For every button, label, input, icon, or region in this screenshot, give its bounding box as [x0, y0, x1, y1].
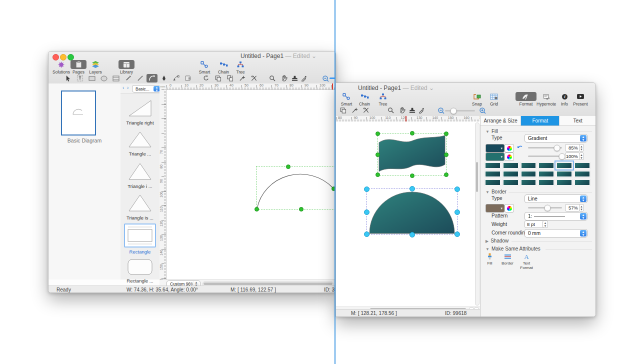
selection-handle[interactable] [410, 186, 415, 192]
tab-arrange-size[interactable]: Arrange & Size [480, 116, 521, 126]
fill-swatch[interactable] [574, 179, 590, 186]
info-button[interactable]: i Info [556, 92, 572, 106]
library-button[interactable]: Library [118, 60, 134, 74]
wave-shape[interactable] [378, 134, 446, 174]
present-button[interactable]: Present [572, 92, 588, 106]
connector-tool[interactable] [122, 74, 134, 82]
gradient-color2-well[interactable]: ▾ [486, 152, 504, 161]
comparison-divider[interactable] [334, 0, 336, 364]
fill-swatch[interactable] [574, 170, 590, 178]
fill-swatch[interactable] [484, 179, 501, 186]
smart-eraser-tool[interactable] [360, 106, 372, 114]
color-picker-button[interactable] [504, 152, 514, 161]
node-edit-tool[interactable] [170, 74, 182, 82]
fill-swatch[interactable] [520, 179, 537, 186]
selection-handle[interactable] [410, 131, 414, 136]
selection-handle[interactable] [454, 186, 460, 192]
arc-selection-box[interactable] [256, 166, 336, 210]
fill-swatch[interactable] [538, 170, 554, 178]
color-picker-button[interactable] [504, 204, 514, 212]
border-opacity-slider[interactable] [528, 207, 562, 208]
shape-item-triangle-right[interactable]: Triangle right [120, 98, 160, 126]
control-handle[interactable] [286, 164, 290, 169]
fill-swatch[interactable] [502, 162, 519, 169]
rotate-tool[interactable] [200, 74, 212, 82]
rectangle-tool[interactable] [86, 74, 98, 82]
arc-tool[interactable] [146, 74, 158, 82]
pen-tool[interactable] [158, 74, 170, 82]
table-tool[interactable] [110, 74, 122, 82]
gradient-color1-well[interactable]: ▾ [486, 144, 504, 152]
color-picker-button[interactable] [504, 144, 514, 152]
fill-type-select[interactable]: Gradient▲▼ [524, 134, 588, 142]
border-color-well[interactable]: ▾ [486, 204, 504, 212]
gradient-opacity2-slider[interactable] [528, 156, 562, 157]
selection-handle[interactable] [410, 232, 415, 238]
make-same-attributes-header[interactable]: ▼Make Same Attributes [486, 246, 540, 252]
shape-item-rectangle[interactable]: Rectangle [120, 224, 160, 254]
ellipse-tool[interactable] [98, 74, 110, 82]
corner-rounding-select[interactable]: 0 mm▲▼ [524, 229, 588, 238]
library-back-icon[interactable]: ‹ [122, 85, 124, 90]
ungroup-tool[interactable] [224, 74, 236, 82]
eyedropper-tool[interactable] [298, 74, 310, 82]
library-select[interactable]: Basic...▲▼ [132, 85, 161, 92]
fill-swatch[interactable] [502, 170, 519, 178]
stepper[interactable]: ▲▼ [542, 220, 548, 228]
pointer-tool[interactable] [62, 74, 74, 82]
border-opacity-value[interactable]: 57% [565, 204, 580, 212]
zoom-slider-thumb[interactable] [450, 108, 457, 114]
zoom-tool[interactable] [266, 74, 278, 82]
selection-handle[interactable] [454, 210, 460, 215]
vertical-scrollbar[interactable] [475, 122, 480, 306]
selection-handle[interactable] [444, 172, 448, 177]
fill-swatch[interactable] [556, 179, 572, 186]
smart-button[interactable]: Smart [338, 92, 354, 106]
fill-swatch[interactable] [520, 170, 537, 178]
group-tool[interactable] [212, 74, 224, 82]
layers-button[interactable]: Layers [88, 60, 104, 74]
selection-handle[interactable] [364, 232, 370, 237]
format-button[interactable]: Format [516, 92, 536, 106]
eyedropper-tool[interactable] [416, 106, 427, 114]
tree-button[interactable]: Tree [375, 92, 391, 106]
shape-item-triangle[interactable]: Triangle ... [120, 130, 160, 156]
scrollbar-thumb[interactable] [476, 162, 478, 192]
shadow-section-header[interactable]: ▶Shadow [486, 238, 508, 244]
shape-item-triangle-i[interactable]: Triangle i ... [120, 161, 160, 189]
add-vertex-tool[interactable] [349, 106, 360, 114]
pan-tool[interactable] [278, 74, 290, 82]
smart-eraser-tool[interactable] [248, 74, 260, 82]
chain-button[interactable]: Chain [356, 92, 372, 106]
gradient-opacity1-value[interactable]: 85% [565, 144, 580, 152]
zoom-tool[interactable] [385, 106, 396, 114]
make-same-border-button[interactable]: Border [502, 253, 514, 266]
tree-button[interactable]: Tree [232, 60, 248, 74]
slider-thumb[interactable] [554, 144, 560, 151]
shape-item-triangle-is[interactable]: Triangle is ... [120, 192, 160, 220]
chain-button[interactable]: Chain [216, 60, 232, 74]
fill-swatch[interactable] [520, 162, 537, 169]
wave-selection-box[interactable] [377, 133, 447, 176]
border-weight-value[interactable]: 8 pt [524, 220, 545, 228]
fill-swatch[interactable] [574, 162, 590, 169]
fill-swatch[interactable] [556, 170, 572, 178]
fill-section-header[interactable]: ▼Fill [486, 128, 498, 134]
swap-gradient-colors-icon[interactable] [516, 145, 524, 152]
selection-handle[interactable] [444, 132, 448, 136]
scrollbar-thumb[interactable] [204, 282, 332, 285]
page-thumbnail[interactable] [61, 90, 96, 136]
grid-button[interactable]: Grid [486, 92, 502, 106]
fill-swatch[interactable] [484, 162, 501, 169]
border-section-header[interactable]: ▼Border [486, 189, 506, 194]
library-forward-icon[interactable]: › [127, 85, 128, 90]
fill-swatch[interactable] [556, 162, 572, 169]
selection-handle[interactable] [376, 152, 380, 157]
selection-handle[interactable] [364, 186, 370, 192]
snap-button[interactable]: Snap [469, 92, 485, 106]
gradient-opacity2-value[interactable]: 100% [565, 152, 580, 160]
dome-shape[interactable] [368, 190, 456, 234]
slider-thumb[interactable] [544, 204, 550, 211]
page-setup-tool[interactable] [182, 74, 194, 82]
selection-handle[interactable] [376, 132, 380, 136]
